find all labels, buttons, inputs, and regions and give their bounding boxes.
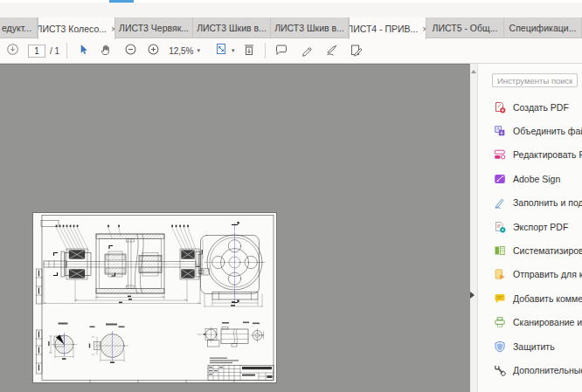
tool-item-more-tools[interactable]: Дополнительные <box>478 358 582 382</box>
zoom-out-button[interactable] <box>121 41 139 60</box>
tool-item-create-pdf[interactable]: Создать PDF <box>478 95 582 119</box>
tab-specifikacii[interactable]: Спецификаци... <box>504 17 582 38</box>
cursor-arrow-icon <box>77 43 90 58</box>
chevron-down-icon: ▾ <box>197 47 200 54</box>
tab-close-button[interactable]: × <box>111 24 115 33</box>
page-number-input[interactable] <box>28 45 45 58</box>
tool-item-label: Объединить файл <box>513 126 582 136</box>
tab-label: Спецификаци... <box>509 23 577 33</box>
tool-item-label: Adobe Sign <box>513 174 560 184</box>
comment-bubble-icon <box>274 43 288 59</box>
tool-item-adobe-sign[interactable]: Adobe Sign <box>478 167 582 190</box>
zoom-in-button[interactable] <box>144 41 162 60</box>
fill-sign-icon <box>350 43 364 59</box>
tool-item-send-for-comments[interactable]: Отправить для ко <box>478 263 582 286</box>
tab-label: едукт... <box>2 23 31 33</box>
zoom-level-value: 12,5% <box>169 46 193 56</box>
send-for-comments-icon <box>494 268 506 280</box>
fill-sign-tool-button[interactable] <box>348 41 365 60</box>
zoom-out-icon <box>124 43 137 58</box>
toolbar-separator <box>66 43 67 58</box>
tool-item-label: Защитить <box>513 341 555 352</box>
pdf-page <box>33 213 276 382</box>
tab-close-button[interactable]: × <box>422 24 426 33</box>
continuous-scroll-icon <box>242 43 256 59</box>
page-fit-dropdown[interactable]: ▾ <box>214 42 235 59</box>
hand-icon <box>99 43 113 59</box>
protect-icon <box>494 340 506 353</box>
chevron-up-icon[interactable] <box>471 70 476 73</box>
tool-item-combine-files[interactable]: Объединить файл <box>478 119 582 142</box>
sign-tool-button[interactable] <box>323 41 341 60</box>
title-bar-band <box>0 3 582 17</box>
tab-label: ЛИСТ3 Колесо... <box>38 24 107 34</box>
tool-item-label: Создать PDF <box>513 102 569 113</box>
tab-label: ЛИСТ5 - Общ... <box>433 23 498 33</box>
tool-item-label: Добавить коммен <box>513 293 582 304</box>
pencil-icon <box>301 43 315 59</box>
title-block <box>208 358 274 381</box>
hand-tool-button[interactable] <box>97 41 114 60</box>
detail-section-b <box>89 324 128 363</box>
add-comment-icon <box>494 292 506 305</box>
tool-item-label: Сканирование и р <box>513 317 582 327</box>
tab-list4-privod[interactable]: ЛИСТ4 - ПРИВ... × <box>349 17 426 39</box>
engineering-drawing <box>33 213 276 382</box>
panel-collapse-arrow[interactable] <box>470 292 475 299</box>
tab-redukt[interactable]: едукт... <box>0 17 38 38</box>
tool-item-protect[interactable]: Защитить <box>478 334 582 358</box>
document-area[interactable] <box>0 64 470 392</box>
tool-item-organize-pages[interactable]: Систематизирова <box>478 238 582 262</box>
tab-list5-obshch[interactable]: ЛИСТ5 - Общ... <box>426 17 504 38</box>
tool-item-add-comment[interactable]: Добавить коммен <box>478 286 582 310</box>
main-toolbar: / 1 12,5% ▾ ▾ <box>0 38 582 64</box>
main-assembly-view <box>43 225 202 304</box>
detail-shaft-view <box>197 322 264 347</box>
tool-item-fill-and-sign[interactable]: Заполнить и подп <box>478 191 582 215</box>
document-tab-bar: едукт... ЛИСТ3 Колесо... × ЛИСТ3 Червяк.… <box>0 17 582 38</box>
comment-tool-button[interactable] <box>273 41 290 60</box>
tab-list3-shkiv-2[interactable]: ЛИСТ3 Шкив в... <box>271 17 349 38</box>
tab-list3-koleso[interactable]: ЛИСТ3 Колесо... × <box>38 17 115 39</box>
download-icon <box>6 43 19 58</box>
more-tools-icon <box>494 364 506 376</box>
document-scrollbar[interactable] <box>470 64 477 392</box>
fill-and-sign-icon <box>494 196 506 209</box>
tool-item-label: Отправить для ко <box>513 269 582 279</box>
select-tool-button[interactable] <box>74 41 92 60</box>
organize-pages-icon <box>494 244 506 257</box>
page-count-label: / 1 <box>50 46 59 56</box>
scroll-mode-button[interactable] <box>240 41 258 60</box>
tools-search-input[interactable] <box>492 73 578 87</box>
tab-list3-shkiv-1[interactable]: ЛИСТ3 Шкив в... <box>193 17 271 38</box>
highlight-tool-button[interactable] <box>299 41 316 60</box>
tab-label: ЛИСТ3 Шкив в... <box>197 23 267 33</box>
toolbar-separator <box>265 43 266 58</box>
detail-section-a <box>48 323 77 360</box>
tools-panel: Создать PDF Объединить файл Редактироват… <box>477 64 582 392</box>
create-pdf-icon <box>494 101 506 113</box>
chevron-down-icon: ▾ <box>232 47 235 54</box>
adobe-sign-icon <box>494 173 506 185</box>
tab-list3-chervyak[interactable]: ЛИСТ3 Червяк... <box>115 17 193 38</box>
zoom-level-dropdown[interactable]: 12,5% ▾ <box>169 46 200 56</box>
tool-item-scan-ocr[interactable]: Сканирование и р <box>478 311 582 334</box>
end-view <box>197 222 266 307</box>
page-fit-icon <box>214 42 228 59</box>
tool-item-label: Дополнительные <box>513 365 582 375</box>
edit-pdf-icon <box>494 148 506 161</box>
tool-item-label: Заполнить и подп <box>513 197 582 208</box>
tab-label: ЛИСТ3 Червяк... <box>119 23 189 33</box>
zoom-in-icon <box>147 43 160 58</box>
tool-item-export-pdf[interactable]: Экспорт PDF <box>478 215 582 238</box>
tool-item-edit-pdf[interactable]: Редактировать PD <box>478 143 582 167</box>
tool-item-label: Редактировать PD <box>513 149 582 160</box>
acrobat-window: едукт... ЛИСТ3 Колесо... × ЛИСТ3 Червяк.… <box>0 0 582 392</box>
download-button[interactable] <box>3 41 21 60</box>
tools-list: Создать PDF Объединить файл Редактироват… <box>478 95 582 382</box>
tab-label: ЛИСТ3 Шкив в... <box>274 23 344 33</box>
combine-files-icon <box>494 125 506 137</box>
tool-item-label: Экспорт PDF <box>513 222 568 232</box>
signature-pen-icon <box>325 43 339 59</box>
tab-label: ЛИСТ4 - ПРИВ... <box>349 24 418 34</box>
